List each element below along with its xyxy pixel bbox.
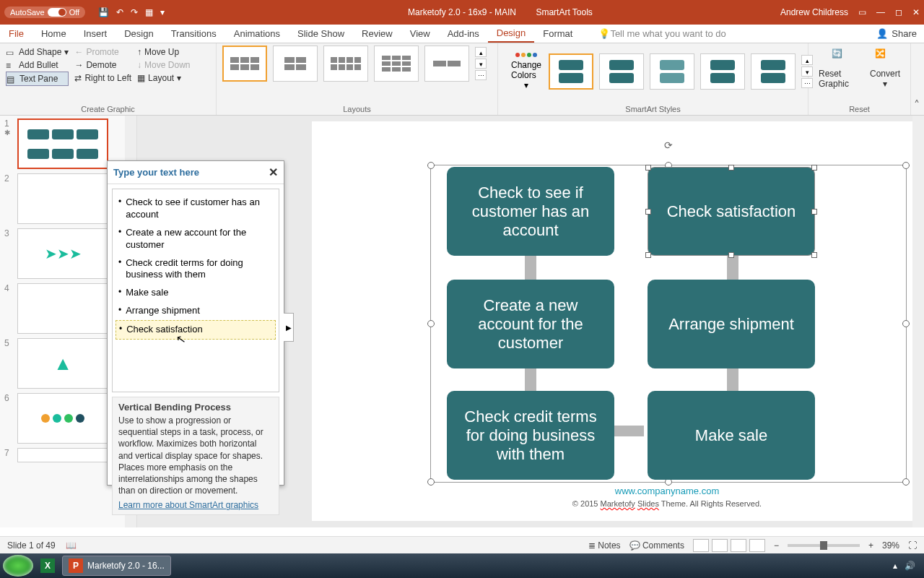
spellcheck-icon[interactable]: 📖 xyxy=(66,540,77,551)
group-reset: Reset xyxy=(814,103,905,113)
tab-file[interactable]: File xyxy=(0,25,32,43)
group-create-graphic: Create Graphic xyxy=(6,103,210,113)
layout-option[interactable] xyxy=(222,46,267,82)
layouts-more[interactable]: ▴▾⋯ xyxy=(475,47,488,80)
start-button[interactable] xyxy=(3,555,33,577)
text-pane-item[interactable]: •Arrange shipment xyxy=(116,302,276,320)
text-pane-collapse-icon[interactable]: ▶ xyxy=(284,313,294,342)
slideshow-view-icon[interactable] xyxy=(749,539,765,552)
tab-review[interactable]: Review xyxy=(353,25,401,43)
tell-me-input[interactable]: 💡 Tell me what you want to do xyxy=(590,25,734,43)
text-pane-item[interactable]: •Check to see if customer has an account xyxy=(116,194,276,224)
tab-addins[interactable]: Add-ins xyxy=(439,25,488,43)
autosave-toggle[interactable]: AutoSave Off xyxy=(4,7,85,18)
taskbar-powerpoint[interactable]: PMarketofy 2.0 - 16... xyxy=(62,556,171,576)
comments-button[interactable]: 💬 Comments xyxy=(629,540,684,551)
redo-icon[interactable]: ↷ xyxy=(131,7,138,17)
tab-smartart-design[interactable]: Design xyxy=(488,25,534,43)
taskbar-excel[interactable]: X xyxy=(35,556,61,576)
tab-format[interactable]: Format xyxy=(534,25,581,43)
convert-button[interactable]: 🔀Convert▾ xyxy=(870,48,900,89)
windows-taskbar: X PMarketofy 2.0 - 16... ▴ 🔊 xyxy=(0,553,924,578)
normal-view-icon[interactable] xyxy=(693,539,709,552)
layout-option[interactable] xyxy=(323,46,368,82)
tray-volume-icon[interactable]: 🔊 xyxy=(905,561,915,571)
rtl-button[interactable]: ⇄Right to Left xyxy=(74,72,131,85)
add-shape-button[interactable]: ▭Add Shape ▾ xyxy=(6,46,69,59)
text-pane-item-selected[interactable]: •Check satisfaction xyxy=(116,320,276,340)
smartart-shape[interactable]: Check to see if customer has an account xyxy=(447,167,614,256)
smartart-selection[interactable]: ⟳ Check to see if customer has an accoun… xyxy=(430,165,907,483)
tab-animations[interactable]: Animations xyxy=(225,25,289,43)
notes-button[interactable]: ≣ Notes xyxy=(588,540,621,551)
ribbon-display-icon[interactable]: ▭ xyxy=(858,7,866,17)
promote-button[interactable]: ←Promote xyxy=(74,46,131,59)
tab-transitions[interactable]: Transitions xyxy=(162,25,225,43)
change-colors-button[interactable]: Change Colors▾ xyxy=(504,53,549,90)
tab-design[interactable]: Design xyxy=(116,25,162,43)
smartart-text-pane[interactable]: Type your text here ✕ •Check to see if c… xyxy=(107,160,284,486)
zoom-slider[interactable] xyxy=(788,544,860,547)
fit-to-window-icon[interactable]: ⛶ xyxy=(908,540,917,551)
title-bar: AutoSave Off 💾 ↶ ↷ ▦ ▾ Marketofy 2.0 - 1… xyxy=(0,0,924,25)
move-down-button[interactable]: ↓Move Down xyxy=(137,59,190,72)
footer-link: www.companyname.com xyxy=(615,486,720,496)
slide-counter: Slide 1 of 49 xyxy=(7,540,56,551)
zoom-level[interactable]: 39% xyxy=(882,540,899,551)
text-pane-close-icon[interactable]: ✕ xyxy=(269,165,278,179)
canvas-scrollbar[interactable] xyxy=(912,116,924,527)
smartart-shape-selected[interactable]: Check satisfaction xyxy=(648,167,815,256)
tab-insert[interactable]: Insert xyxy=(75,25,116,43)
text-pane-item[interactable]: •Check credit terms for doing business w… xyxy=(116,254,276,285)
tab-home[interactable]: Home xyxy=(32,25,75,43)
start-from-beginning-icon[interactable]: ▦ xyxy=(145,7,153,17)
rotate-handle-icon[interactable]: ⟳ xyxy=(663,139,674,151)
tray-up-icon[interactable]: ▴ xyxy=(893,561,897,571)
layout-option[interactable] xyxy=(424,46,469,82)
group-layouts: Layouts xyxy=(222,103,492,113)
text-pane-title: Type your text here xyxy=(113,167,199,178)
text-pane-item[interactable]: •Create a new account for the customer xyxy=(116,224,276,254)
ribbon-tabs: File Home Insert Design Transitions Anim… xyxy=(0,25,924,43)
window-title: Marketofy 2.0 - 16x9 - MAIN xyxy=(408,7,516,17)
user-name[interactable]: Andrew Childress xyxy=(780,7,848,17)
text-pane-button[interactable]: ▤Text Pane xyxy=(6,72,69,86)
layout-button[interactable]: ▦Layout ▾ xyxy=(137,72,190,85)
zoom-out-icon[interactable]: − xyxy=(774,540,779,551)
save-icon[interactable]: 💾 xyxy=(98,7,109,17)
minimize-icon[interactable]: — xyxy=(876,7,885,17)
styles-gallery[interactable]: ▴▾⋯ xyxy=(549,53,814,90)
text-pane-item[interactable]: •Make sale xyxy=(116,284,276,302)
tab-slideshow[interactable]: Slide Show xyxy=(289,25,353,43)
add-bullet-button[interactable]: ≡Add Bullet xyxy=(6,59,69,72)
smartart-shape[interactable]: Create a new account for the customer xyxy=(447,280,614,368)
share-icon: 👤 xyxy=(876,28,888,39)
reading-view-icon[interactable] xyxy=(731,539,746,552)
layouts-gallery[interactable]: ▴▾⋯ xyxy=(222,46,492,82)
smartart-shape[interactable]: Make sale xyxy=(648,391,815,480)
reset-graphic-button[interactable]: 🔄Reset Graphic xyxy=(819,48,866,89)
move-up-button[interactable]: ↑Move Up xyxy=(137,46,190,59)
style-option[interactable] xyxy=(751,53,796,90)
collapse-ribbon-icon[interactable]: ˄ xyxy=(911,43,924,115)
smartart-tools-label: SmartArt Tools xyxy=(536,7,592,17)
layout-option[interactable] xyxy=(273,46,318,82)
smartart-shape[interactable]: Check credit terms for doing business wi… xyxy=(447,391,614,480)
style-option[interactable] xyxy=(700,53,745,90)
qat-more-icon[interactable]: ▾ xyxy=(160,7,165,17)
tab-view[interactable]: View xyxy=(401,25,439,43)
close-icon[interactable]: ✕ xyxy=(912,7,920,17)
learn-more-link[interactable]: Learn more about SmartArt graphics xyxy=(118,500,273,510)
zoom-in-icon[interactable]: + xyxy=(868,540,873,551)
smartart-shape[interactable]: Arrange shipment xyxy=(648,280,815,368)
undo-icon[interactable]: ↶ xyxy=(116,7,123,17)
style-option[interactable] xyxy=(599,53,644,90)
share-button[interactable]: 👤Share xyxy=(876,28,917,39)
demote-button[interactable]: →Demote xyxy=(74,59,131,72)
layout-option[interactable] xyxy=(374,46,419,82)
maximize-icon[interactable]: ◻ xyxy=(895,7,902,17)
style-option[interactable] xyxy=(549,53,593,90)
sorter-view-icon[interactable] xyxy=(712,539,728,552)
style-option[interactable] xyxy=(650,53,694,90)
toggle-icon xyxy=(48,8,66,17)
